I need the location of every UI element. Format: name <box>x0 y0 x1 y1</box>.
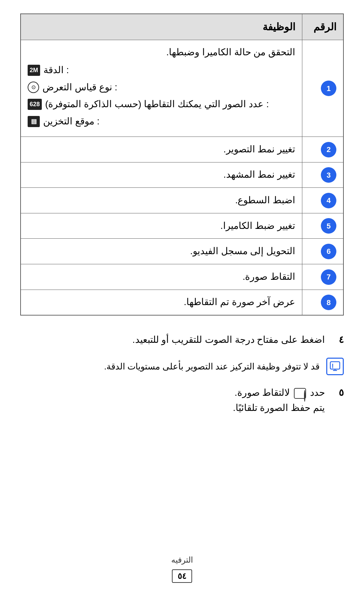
row-num-cell: 5 <box>302 213 343 239</box>
func-title: تغيير نمط المشهد. <box>223 169 295 180</box>
func-title: التحقق من حالة الكاميرا وضبطها. <box>166 47 295 57</box>
circle-badge: 1 <box>321 81 336 96</box>
footer-page: ٥٤ <box>172 569 192 583</box>
table-row: 3تغيير نمط المشهد. <box>21 162 343 188</box>
table-row: 5تغيير ضبط الكاميرا. <box>21 213 343 239</box>
func-title: اضبط السطوع. <box>235 195 296 205</box>
footer-label: الترفيه <box>0 554 364 566</box>
row-func-cell: تغيير نمط المشهد. <box>21 162 302 188</box>
circle-badge: 2 <box>321 142 336 157</box>
table-row: 2تغيير نمط التصوير. <box>21 137 343 162</box>
note-icon <box>326 358 344 375</box>
row-num-cell: 1 <box>302 40 343 137</box>
table-row: 4اضبط السطوع. <box>21 188 343 213</box>
func-title: عرض آخر صورة تم التقاطها. <box>184 297 295 307</box>
step-5: ٥ حدد لالتقاط صورة. يتم حفظ الصورة تلقائ… <box>20 385 344 416</box>
row-func-cell: التحويل إلى مسجل الفيديو. <box>21 239 302 264</box>
circle-badge: 7 <box>321 269 336 285</box>
circle-badge: 8 <box>321 295 336 310</box>
bullet-desc: : موقع التخزين <box>43 114 99 129</box>
circle-badge: 3 <box>321 167 336 183</box>
row-func-cell: تغيير ضبط الكاميرا. <box>21 213 302 239</box>
footer: الترفيه ٥٤ <box>0 554 364 584</box>
row-func-cell: تغيير نمط التصوير. <box>21 137 302 162</box>
row-num-cell: 3 <box>302 162 343 188</box>
func-title: تغيير ضبط الكاميرا. <box>220 220 295 231</box>
bullet-item: : الدقة2M <box>28 63 295 78</box>
bullet-icon: 2M <box>28 65 40 76</box>
bullet-icon: ▤ <box>28 116 40 127</box>
bullet-item: : نوع قياس التعرض⊙ <box>28 80 295 95</box>
row-num-cell: 4 <box>302 188 343 213</box>
bullet-icon: ⊙ <box>28 82 39 93</box>
table-row: 6التحويل إلى مسجل الفيديو. <box>21 239 343 264</box>
bullet-item: : موقع التخزين▤ <box>28 114 295 129</box>
svg-rect-0 <box>330 362 340 369</box>
row-num-cell: 6 <box>302 239 343 264</box>
note-row: قد لا تتوفر وظيفة التركيز عند التصوير بأ… <box>20 358 344 375</box>
row-func-cell: عرض آخر صورة تم التقاطها. <box>21 290 302 315</box>
func-title: تغيير نمط التصوير. <box>223 144 295 154</box>
table-row: 8عرض آخر صورة تم التقاطها. <box>21 290 343 315</box>
step-5-number: ٥ <box>330 385 344 400</box>
camera-icon <box>294 388 306 399</box>
row-num-cell: 2 <box>302 137 343 162</box>
step-4: ٤ اضغط على مفتاح درجة الصوت للتقريب أو ل… <box>20 332 344 348</box>
row-func-cell: التحقق من حالة الكاميرا وضبطها. : الدقة2… <box>21 40 302 137</box>
circle-badge: 4 <box>321 193 336 208</box>
row-num-cell: 8 <box>302 290 343 315</box>
step-4-number: ٤ <box>330 332 344 348</box>
bullet-desc: : عدد الصور التي يمكنك التقاطها (حسب الذ… <box>45 97 269 112</box>
bullet-icon: 628 <box>28 99 42 110</box>
table-row: 7التقاط صورة. <box>21 264 343 290</box>
circle-badge: 6 <box>321 244 336 259</box>
col-header-func: الوظيفة <box>21 14 302 40</box>
bullet-desc: : الدقة <box>43 63 69 78</box>
row-func-cell: التقاط صورة. <box>21 264 302 290</box>
row-func-cell: اضبط السطوع. <box>21 188 302 213</box>
functions-table: الرقم الوظيفة 1التحقق من حالة الكاميرا و… <box>20 13 344 316</box>
col-header-num: الرقم <box>302 14 343 40</box>
step-5-text: حدد لالتقاط صورة. يتم حفظ الصورة تلقائيً… <box>233 385 325 416</box>
circle-badge: 5 <box>321 218 336 234</box>
note-text: قد لا تتوفر وظيفة التركيز عند التصوير بأ… <box>104 358 320 374</box>
step-4-text: اضغط على مفتاح درجة الصوت للتقريب أو للت… <box>132 332 325 348</box>
func-title: التقاط صورة. <box>243 271 296 282</box>
func-title: التحويل إلى مسجل الفيديو. <box>190 246 295 256</box>
bullet-desc: : نوع قياس التعرض <box>42 80 117 95</box>
table-row: 1التحقق من حالة الكاميرا وضبطها. : الدقة… <box>21 40 343 137</box>
bullet-item: : عدد الصور التي يمكنك التقاطها (حسب الذ… <box>28 97 295 112</box>
row-num-cell: 7 <box>302 264 343 290</box>
